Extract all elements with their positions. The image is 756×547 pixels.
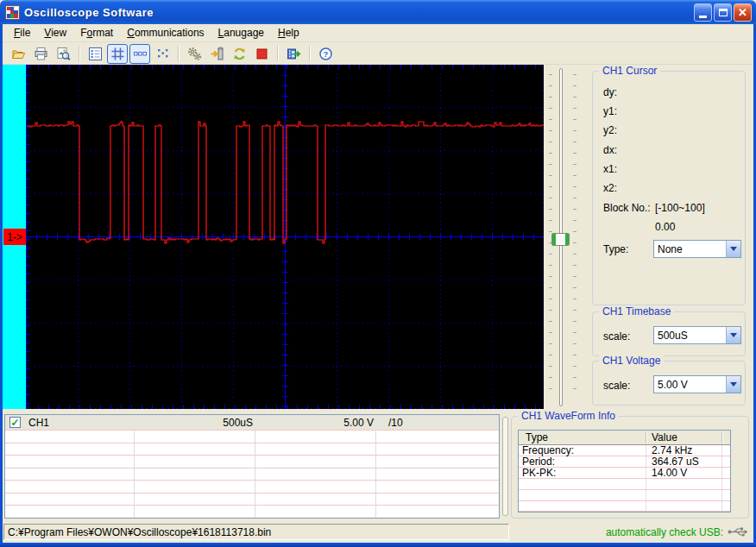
empty-cell bbox=[376, 443, 499, 456]
preview-icon bbox=[56, 47, 71, 61]
position-slider-thumb[interactable] bbox=[551, 233, 570, 246]
channel-row-empty[interactable] bbox=[5, 505, 499, 518]
empty-cell bbox=[135, 443, 255, 456]
empty-cell bbox=[5, 456, 135, 468]
info-type-cell: Period: bbox=[519, 456, 646, 467]
menu-view[interactable]: View bbox=[37, 24, 73, 41]
help-button[interactable]: ? bbox=[315, 44, 336, 64]
title-bar[interactable]: Oscilloscope Software ✕ bbox=[0, 0, 756, 24]
channel-row-empty[interactable] bbox=[5, 493, 499, 506]
timebase-value: 500uS bbox=[654, 330, 726, 342]
timebase-dropdown[interactable]: 500uS bbox=[653, 326, 741, 344]
block-no-label: Block No.: bbox=[603, 202, 651, 214]
toolbar-separator bbox=[277, 46, 278, 61]
voltage-scale-label: scale: bbox=[603, 380, 630, 392]
channel-row-empty[interactable] bbox=[5, 430, 499, 443]
gears-icon bbox=[187, 47, 202, 61]
cursor-panel: CH1 Cursor dy: y1: y2: dx: x1: x2: Block… bbox=[592, 71, 746, 305]
empty-cell bbox=[135, 481, 255, 493]
empty-cell bbox=[646, 501, 722, 511]
info-row-pkpk[interactable]: PK-PK: 14.00 V bbox=[519, 468, 730, 479]
info-type-cell: PK-PK: bbox=[519, 468, 646, 478]
empty-cell bbox=[5, 481, 135, 493]
channel-row-empty[interactable] bbox=[5, 455, 499, 468]
empty-cell bbox=[5, 443, 135, 456]
empty-cell bbox=[255, 443, 376, 456]
plot-area[interactable] bbox=[26, 65, 544, 409]
empty-cell bbox=[376, 431, 499, 443]
channel-row-empty[interactable] bbox=[5, 468, 499, 481]
empty-cell bbox=[135, 494, 255, 506]
status-file-path: C:¥Program Files¥OWON¥Oscilloscope¥16181… bbox=[3, 524, 509, 540]
block-range-value: [-100~100] bbox=[655, 202, 705, 214]
cursor-x2-label: x2: bbox=[603, 182, 617, 194]
printer-icon bbox=[34, 47, 48, 61]
stop-button[interactable] bbox=[251, 44, 272, 64]
open-file-button[interactable] bbox=[8, 44, 28, 64]
timebase-panel: CH1 Timebase scale: 500uS bbox=[592, 311, 746, 356]
channel-list-table: ✓ CH1 500uS 5.00 V /10 bbox=[4, 414, 500, 519]
maximize-button[interactable] bbox=[714, 3, 732, 22]
connect-icon bbox=[210, 47, 224, 61]
channel-list-scrollbar[interactable] bbox=[502, 417, 508, 516]
waveform-info-table: Type Value Frequency: 2.74 kHz Period: 3… bbox=[518, 430, 731, 512]
waveform-info-panel: CH1 WaveForm Info Type Value Frequency: … bbox=[511, 416, 749, 519]
connect-button[interactable] bbox=[206, 44, 227, 64]
channel-row-empty[interactable] bbox=[5, 443, 499, 456]
info-row-empty bbox=[519, 490, 730, 501]
voltage-panel-title: CH1 Voltage bbox=[599, 355, 664, 367]
empty-cell bbox=[255, 431, 376, 443]
usb-status-text: automatically check USB: bbox=[606, 526, 723, 538]
timebase-panel-title: CH1 Timebase bbox=[599, 305, 674, 318]
channel-list-button[interactable] bbox=[85, 44, 105, 64]
channel1-marker[interactable]: 1-> bbox=[3, 229, 26, 245]
svg-text:?: ? bbox=[323, 49, 328, 59]
info-value-cell: 14.00 V bbox=[646, 468, 722, 478]
window-title: Oscilloscope Software bbox=[24, 6, 154, 19]
menu-bar: File View Format Communications Lanugage… bbox=[3, 24, 753, 42]
menu-help[interactable]: Help bbox=[271, 24, 306, 41]
ch1-visible-checkbox[interactable]: ✓ bbox=[9, 417, 21, 428]
info-row-empty bbox=[519, 479, 730, 490]
refresh-icon bbox=[232, 47, 247, 61]
empty-cell bbox=[722, 490, 730, 500]
cursor-y1-label: y1: bbox=[603, 105, 617, 117]
menu-format[interactable]: Format bbox=[73, 24, 120, 41]
stop-icon bbox=[255, 47, 269, 61]
empty-cell bbox=[255, 456, 376, 468]
print-button[interactable] bbox=[30, 44, 51, 64]
channel-timebase: 500uS bbox=[135, 417, 255, 429]
menu-language[interactable]: Lanugage bbox=[211, 24, 271, 41]
empty-cell bbox=[135, 506, 255, 518]
empty-cell bbox=[376, 494, 499, 506]
export-button[interactable] bbox=[283, 44, 304, 64]
toolbar: ? bbox=[3, 43, 753, 65]
minimize-button[interactable] bbox=[694, 3, 712, 22]
dropdown-button[interactable] bbox=[726, 376, 740, 393]
dropdown-button[interactable] bbox=[726, 327, 740, 343]
waveform-trace bbox=[26, 65, 544, 409]
channel-row-empty[interactable] bbox=[5, 480, 499, 493]
empty-cell bbox=[255, 468, 376, 481]
minimize-icon bbox=[699, 16, 707, 18]
close-button[interactable]: ✕ bbox=[734, 3, 752, 22]
grid-toggle-button[interactable] bbox=[107, 44, 128, 64]
settings-button[interactable] bbox=[184, 44, 205, 64]
menu-communications[interactable]: Communications bbox=[120, 24, 211, 41]
dash-line-icon bbox=[133, 47, 148, 61]
line-style-button[interactable] bbox=[129, 44, 150, 64]
toolbar-separator bbox=[178, 46, 179, 61]
menu-file[interactable]: File bbox=[7, 24, 37, 41]
channel-row-ch1[interactable]: ✓ CH1 500uS 5.00 V /10 bbox=[5, 415, 499, 430]
empty-cell bbox=[255, 494, 376, 506]
empty-cell bbox=[376, 468, 499, 481]
refresh-button[interactable] bbox=[229, 44, 249, 64]
voltage-dropdown[interactable]: 5.00 V bbox=[653, 375, 741, 393]
export-icon bbox=[287, 47, 301, 61]
dots-style-button[interactable] bbox=[152, 44, 173, 64]
preview-button[interactable] bbox=[53, 44, 73, 64]
empty-cell bbox=[376, 506, 499, 518]
cursor-type-dropdown[interactable]: None bbox=[653, 240, 741, 258]
empty-cell bbox=[5, 506, 135, 518]
dropdown-button[interactable] bbox=[726, 241, 740, 257]
